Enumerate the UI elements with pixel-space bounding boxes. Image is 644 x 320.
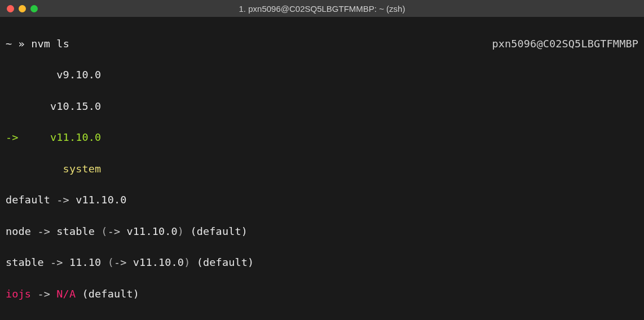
alias-line: unstable -> N/A (default)	[6, 317, 638, 320]
prompt-tilde: ~	[6, 38, 12, 50]
node-system: system	[63, 163, 102, 175]
command-text: nvm ls	[31, 38, 69, 50]
arrow-icon: ->	[108, 225, 121, 237]
current-version-line: -> v11.10.0	[6, 130, 638, 145]
arrow-icon: ->	[37, 225, 50, 237]
traffic-lights	[7, 5, 38, 12]
maximize-icon[interactable]	[30, 5, 38, 12]
arrow-icon: ->	[56, 194, 69, 206]
alias-line: iojs -> N/A (default)	[6, 286, 638, 302]
right-prompt: pxn5096@C02SQ5LBGTFMMBP	[492, 36, 638, 52]
alias-target: v11.10.0	[76, 194, 126, 206]
version-line: v9.10.0	[6, 67, 638, 83]
alias-mid: 11.10	[69, 256, 101, 268]
alias-line: default -> v11.10.0	[6, 192, 638, 208]
alias-name: stable	[6, 256, 44, 268]
close-icon[interactable]	[7, 5, 14, 12]
alias-target: v11.10.0	[127, 225, 178, 237]
system-line: system	[6, 161, 638, 177]
node-version-current: v11.10.0	[50, 131, 101, 143]
version-line: v10.15.0	[6, 99, 638, 114]
alias-name: default	[6, 194, 50, 206]
alias-mid: stable	[56, 225, 95, 237]
alias-name: iojs	[6, 288, 31, 300]
alias-line: node -> stable (-> v11.10.0) (default)	[6, 224, 638, 239]
alias-na: N/A	[56, 288, 76, 300]
arrow-icon: ->	[50, 256, 63, 268]
alias-suffix: (default)	[190, 225, 248, 237]
arrow-icon: ->	[37, 288, 50, 300]
alias-suffix: (default)	[82, 288, 140, 300]
minimize-icon[interactable]	[19, 5, 26, 12]
alias-name: node	[6, 225, 31, 237]
node-version: v10.15.0	[50, 100, 101, 112]
alias-suffix: (default)	[197, 256, 254, 268]
node-version: v9.10.0	[56, 69, 101, 81]
prompt-chevron: »	[19, 38, 25, 50]
prompt-line: ~ » nvm lspxn5096@C02SQ5LBGTFMMBP	[6, 36, 638, 52]
window-titlebar: 1. pxn5096@C02SQ5LBGTFMMBP: ~ (zsh)	[0, 0, 644, 17]
window-title: 1. pxn5096@C02SQ5LBGTFMMBP: ~ (zsh)	[7, 4, 637, 14]
alias-target: v11.10.0	[133, 256, 184, 268]
arrow-icon: ->	[114, 256, 127, 268]
terminal-output[interactable]: ~ » nvm lspxn5096@C02SQ5LBGTFMMBP v9.10.…	[0, 17, 644, 320]
alias-line: stable -> 11.10 (-> v11.10.0) (default)	[6, 255, 638, 270]
current-arrow-icon: ->	[6, 131, 19, 143]
